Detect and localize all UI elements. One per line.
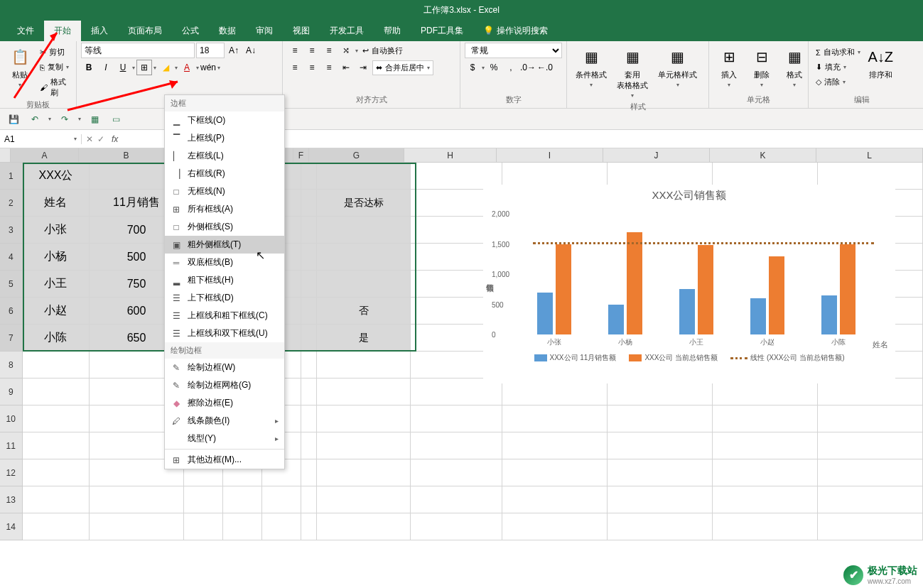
cell-F13[interactable] bbox=[301, 486, 317, 513]
col-header-H[interactable]: H bbox=[404, 148, 497, 162]
col-header-F[interactable]: F bbox=[293, 148, 309, 162]
cell-B13[interactable] bbox=[90, 486, 183, 513]
row-header-5[interactable]: 5 bbox=[0, 271, 23, 298]
row-header-3[interactable]: 3 bbox=[0, 217, 23, 244]
col-header-A[interactable]: A bbox=[11, 148, 79, 162]
qat-icon[interactable]: ▦ bbox=[87, 111, 102, 127]
row-header-14[interactable]: 14 bbox=[0, 513, 23, 540]
align-right-icon[interactable]: ≡ bbox=[321, 60, 337, 75]
cell-A11[interactable] bbox=[23, 432, 90, 459]
cell-J12[interactable] bbox=[608, 459, 713, 486]
orientation-icon[interactable]: ⤭ bbox=[338, 43, 354, 58]
row-header-6[interactable]: 6 bbox=[0, 298, 23, 325]
cell-L13[interactable] bbox=[818, 486, 923, 513]
cell-G10[interactable] bbox=[317, 405, 411, 432]
cell-G6[interactable]: 否 bbox=[317, 298, 411, 325]
font-name-input[interactable] bbox=[81, 43, 195, 58]
tab-insert[interactable]: 插入 bbox=[81, 21, 118, 41]
align-bottom-icon[interactable]: ≡ bbox=[321, 43, 337, 58]
menu-border-bottom-double[interactable]: ═双底框线(B) bbox=[165, 254, 284, 271]
cell-I14[interactable] bbox=[502, 513, 608, 540]
menu-more-borders[interactable]: ⊞其他边框(M)... bbox=[165, 451, 284, 469]
menu-border-outside[interactable]: □外侧框线(S) bbox=[165, 218, 284, 236]
menu-border-bottom[interactable]: ▁下框线(O) bbox=[165, 111, 284, 129]
menu-border-all[interactable]: ⊞所有框线(A) bbox=[165, 200, 284, 218]
row-header-10[interactable]: 10 bbox=[0, 405, 23, 432]
row-header-12[interactable]: 12 bbox=[0, 459, 23, 486]
menu-border-right[interactable]: ▕右框线(R) bbox=[165, 165, 284, 183]
tab-formulas[interactable]: 公式 bbox=[172, 21, 209, 41]
save-button[interactable]: 💾 bbox=[6, 111, 21, 127]
cell-E13[interactable] bbox=[262, 486, 301, 513]
cell-F10[interactable] bbox=[301, 405, 317, 432]
tab-pdf[interactable]: PDF工具集 bbox=[411, 21, 473, 41]
row-header-2[interactable]: 2 bbox=[0, 190, 23, 217]
cell-H13[interactable] bbox=[411, 486, 502, 513]
row-header-9[interactable]: 9 bbox=[0, 379, 23, 405]
menu-line-color[interactable]: 🖊线条颜色(I)▸ bbox=[165, 412, 284, 430]
decrease-decimal-icon[interactable]: ←.0 bbox=[537, 60, 553, 75]
cell-F5[interactable] bbox=[301, 271, 317, 298]
cell-K11[interactable] bbox=[713, 432, 818, 459]
borders-dropdown-icon[interactable]: ▾ bbox=[153, 65, 156, 71]
number-format-select[interactable]: 常规 bbox=[465, 43, 562, 58]
cell-A13[interactable] bbox=[23, 486, 90, 513]
italic-button[interactable]: I bbox=[98, 60, 114, 75]
name-box[interactable]: A1▾ bbox=[0, 134, 82, 144]
row-header-11[interactable]: 11 bbox=[0, 432, 23, 459]
tab-help[interactable]: 帮助 bbox=[374, 21, 411, 41]
format-as-table-button[interactable]: ▦套用 表格格式▾ bbox=[612, 43, 652, 102]
increase-decimal-icon[interactable]: .0→ bbox=[520, 60, 536, 75]
cell-F7[interactable] bbox=[301, 325, 317, 352]
cell-H10[interactable] bbox=[411, 405, 502, 432]
row-header-8[interactable]: 8 bbox=[0, 352, 23, 379]
cell-L11[interactable] bbox=[818, 432, 923, 459]
cell-L14[interactable] bbox=[818, 513, 923, 540]
cell-G8[interactable] bbox=[317, 352, 411, 379]
redo-button[interactable]: ↷ bbox=[57, 111, 72, 127]
sort-filter-button[interactable]: A↓Z排序和 bbox=[865, 43, 897, 94]
undo-button[interactable]: ↶ bbox=[27, 111, 43, 127]
cell-K13[interactable] bbox=[713, 486, 818, 513]
cell-A5[interactable]: 小王 bbox=[23, 271, 90, 298]
cell-D13[interactable] bbox=[223, 486, 262, 513]
tab-view[interactable]: 视图 bbox=[283, 21, 320, 41]
menu-draw-border-grid[interactable]: ✎绘制边框网格(G) bbox=[165, 376, 284, 394]
cell-K10[interactable] bbox=[713, 405, 818, 432]
font-color-button[interactable]: A bbox=[179, 60, 195, 75]
cell-F14[interactable] bbox=[301, 513, 317, 540]
format-cells-button[interactable]: ▦格式▾ bbox=[779, 43, 810, 94]
chart[interactable]: XXX公司销售额 销售额 小张小杨小王小赵小陈 姓名 05001,0001,50… bbox=[483, 185, 895, 383]
cell-H11[interactable] bbox=[411, 432, 502, 459]
col-header-I[interactable]: I bbox=[497, 148, 603, 162]
indent-increase-icon[interactable]: ⇥ bbox=[355, 60, 371, 75]
cell-G7[interactable]: 是 bbox=[317, 325, 411, 352]
fx-icon[interactable]: fx bbox=[109, 134, 118, 144]
menu-line-style[interactable]: 线型(Y)▸ bbox=[165, 430, 284, 447]
menu-border-top-bottom[interactable]: ☰上下框线(D) bbox=[165, 289, 284, 307]
comma-icon[interactable]: , bbox=[503, 60, 519, 75]
wrap-text-button[interactable]: ↩自动换行 bbox=[360, 44, 406, 58]
cell-G9[interactable] bbox=[317, 379, 411, 405]
cell-G5[interactable] bbox=[317, 271, 411, 298]
cell-A12[interactable] bbox=[23, 459, 90, 486]
cancel-icon[interactable]: ✕ bbox=[86, 134, 93, 144]
cell-F9[interactable] bbox=[301, 379, 317, 405]
fill-button[interactable]: ⬇填充▾ bbox=[813, 60, 863, 74]
menu-border-thick-bottom[interactable]: ▂粗下框线(H) bbox=[165, 271, 284, 289]
cell-H14[interactable] bbox=[411, 513, 502, 540]
cell-A2[interactable]: 姓名 bbox=[23, 190, 90, 217]
cell-A10[interactable] bbox=[23, 405, 90, 432]
cell-G3[interactable] bbox=[317, 217, 411, 244]
cell-styles-button[interactable]: ▦单元格样式▾ bbox=[654, 43, 701, 102]
insert-cells-button[interactable]: ⊞插入▾ bbox=[713, 43, 745, 94]
col-header-L[interactable]: L bbox=[816, 148, 923, 162]
tab-tellme[interactable]: 💡 操作说明搜索 bbox=[473, 21, 558, 41]
menu-erase-border[interactable]: ◆擦除边框(E) bbox=[165, 394, 284, 412]
cell-F12[interactable] bbox=[301, 459, 317, 486]
col-header-B[interactable]: B bbox=[79, 148, 174, 162]
cell-B14[interactable] bbox=[90, 513, 183, 540]
menu-draw-border[interactable]: ✎绘制边框(W) bbox=[165, 359, 284, 376]
cell-L12[interactable] bbox=[818, 459, 923, 486]
tab-review[interactable]: 审阅 bbox=[246, 21, 283, 41]
